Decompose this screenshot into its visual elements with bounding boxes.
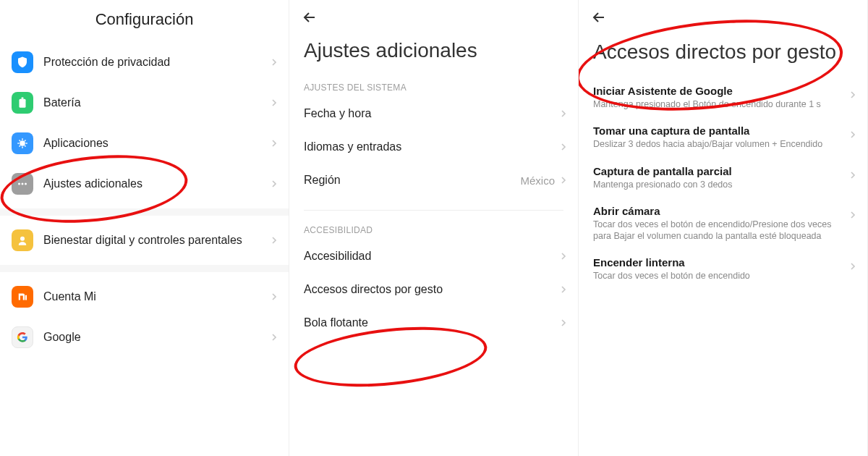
setting-item-google[interactable]: Google bbox=[0, 317, 289, 358]
gesture-title: Tomar una captura de pantalla bbox=[593, 124, 843, 137]
chevron-right-icon bbox=[558, 317, 569, 329]
gesture-subtitle: Deslizar 3 dedos hacia abajo/Bajar volum… bbox=[593, 138, 843, 150]
setting-item-battery[interactable]: Batería bbox=[0, 83, 289, 123]
svg-rect-0 bbox=[20, 99, 26, 108]
svg-point-3 bbox=[18, 183, 20, 185]
chevron-right-icon bbox=[558, 108, 569, 119]
gesture-item-partial-screenshot[interactable]: Captura de pantalla parcial Mantenga pre… bbox=[579, 158, 867, 198]
setting-label: Región bbox=[304, 173, 520, 187]
setting-label: Idiomas y entradas bbox=[304, 140, 558, 154]
chevron-right-icon bbox=[558, 284, 569, 295]
setting-label: Bienestar digital y controles parentales bbox=[43, 233, 268, 248]
page-title: Configuración bbox=[0, 0, 289, 42]
section-header-system: Ajustes del sistema bbox=[289, 75, 578, 97]
chevron-right-icon bbox=[268, 291, 280, 303]
gesture-item-screenshot[interactable]: Tomar una captura de pantalla Deslizar 3… bbox=[579, 117, 867, 157]
svg-point-2 bbox=[20, 140, 25, 146]
setting-label: Protección de privacidad bbox=[43, 55, 268, 69]
gesture-shortcuts-panel: Accesos directos por gesto Iniciar Asist… bbox=[579, 0, 868, 456]
chevron-right-icon bbox=[847, 261, 859, 272]
chevron-right-icon bbox=[558, 174, 569, 186]
svg-point-5 bbox=[25, 183, 27, 185]
setting-item-date-time[interactable]: Fecha y hora bbox=[289, 97, 578, 130]
wellbeing-icon bbox=[12, 229, 33, 251]
chevron-right-icon bbox=[268, 97, 280, 109]
setting-item-languages[interactable]: Idiomas y entradas bbox=[289, 130, 578, 164]
setting-value: México bbox=[520, 174, 555, 187]
chevron-right-icon bbox=[847, 89, 859, 101]
chevron-right-icon bbox=[847, 169, 859, 181]
settings-panel: Configuración Protección de privacidad B… bbox=[0, 0, 289, 456]
chevron-right-icon bbox=[847, 209, 859, 221]
setting-label: Ajustes adicionales bbox=[43, 177, 268, 191]
gesture-subtitle: Mantenga presionado el Botón de encendid… bbox=[593, 98, 843, 110]
back-button[interactable] bbox=[289, 0, 578, 32]
google-icon bbox=[12, 326, 33, 348]
setting-item-privacy[interactable]: Protección de privacidad bbox=[0, 42, 289, 83]
additional-settings-panel: Ajustes adicionales Ajustes del sistema … bbox=[289, 0, 579, 456]
setting-item-apps[interactable]: Aplicaciones bbox=[0, 123, 289, 164]
gesture-subtitle: Mantenga presionado con 3 dedos bbox=[593, 179, 843, 190]
section-divider bbox=[0, 265, 289, 272]
svg-point-4 bbox=[22, 183, 24, 185]
section-header-accessibility: Accesibilidad bbox=[289, 218, 578, 240]
shield-icon bbox=[12, 51, 33, 73]
chevron-right-icon bbox=[847, 129, 859, 140]
setting-label: Accesibilidad bbox=[304, 249, 558, 263]
gesture-item-open-camera[interactable]: Abrir cámara Tocar dos veces el botón de… bbox=[579, 198, 867, 250]
svg-rect-1 bbox=[22, 98, 24, 99]
chevron-right-icon bbox=[558, 250, 569, 262]
gesture-item-google-assistant[interactable]: Iniciar Asistente de Google Mantenga pre… bbox=[579, 77, 867, 117]
chevron-right-icon bbox=[268, 138, 280, 149]
setting-label: Google bbox=[43, 330, 268, 345]
setting-item-region[interactable]: Región México bbox=[289, 164, 578, 197]
battery-icon bbox=[12, 92, 33, 114]
chevron-right-icon bbox=[558, 141, 569, 153]
dots-icon bbox=[12, 173, 33, 195]
setting-item-accessibility[interactable]: Accesibilidad bbox=[289, 240, 578, 273]
section-divider bbox=[0, 208, 289, 216]
svg-point-6 bbox=[20, 237, 25, 241]
mi-icon bbox=[12, 286, 33, 308]
apps-icon bbox=[12, 132, 33, 154]
chevron-right-icon bbox=[268, 178, 280, 190]
setting-label: Batería bbox=[43, 96, 268, 110]
setting-label: Accesos directos por gesto bbox=[304, 282, 558, 297]
setting-label: Cuenta Mi bbox=[43, 290, 268, 304]
back-button[interactable] bbox=[579, 0, 867, 32]
setting-label: Aplicaciones bbox=[43, 136, 268, 151]
setting-item-additional-settings[interactable]: Ajustes adicionales bbox=[0, 164, 289, 204]
gesture-subtitle: Tocar dos veces el botón de encendido bbox=[593, 270, 843, 282]
setting-item-mi-account[interactable]: Cuenta Mi bbox=[0, 276, 289, 317]
chevron-right-icon bbox=[268, 235, 280, 246]
gesture-item-flashlight[interactable]: Encender linterna Tocar dos veces el bot… bbox=[579, 249, 867, 289]
gesture-title: Encender linterna bbox=[593, 256, 843, 269]
gesture-title: Abrir cámara bbox=[593, 205, 843, 217]
setting-label: Fecha y hora bbox=[304, 106, 558, 121]
chevron-right-icon bbox=[268, 332, 280, 343]
gesture-title: Captura de pantalla parcial bbox=[593, 165, 843, 177]
chevron-right-icon bbox=[268, 56, 280, 68]
setting-label: Bola flotante bbox=[304, 316, 558, 330]
divider bbox=[304, 210, 563, 211]
gesture-subtitle: Tocar dos veces el botón de encendido/Pr… bbox=[593, 219, 843, 242]
setting-item-gesture-shortcuts[interactable]: Accesos directos por gesto bbox=[289, 273, 578, 306]
setting-item-floating-ball[interactable]: Bola flotante bbox=[289, 306, 578, 339]
setting-item-wellbeing[interactable]: Bienestar digital y controles parentales bbox=[0, 220, 289, 261]
gesture-title: Iniciar Asistente de Google bbox=[593, 85, 843, 97]
page-title: Accesos directos por gesto bbox=[579, 32, 867, 77]
page-title: Ajustes adicionales bbox=[289, 32, 578, 75]
